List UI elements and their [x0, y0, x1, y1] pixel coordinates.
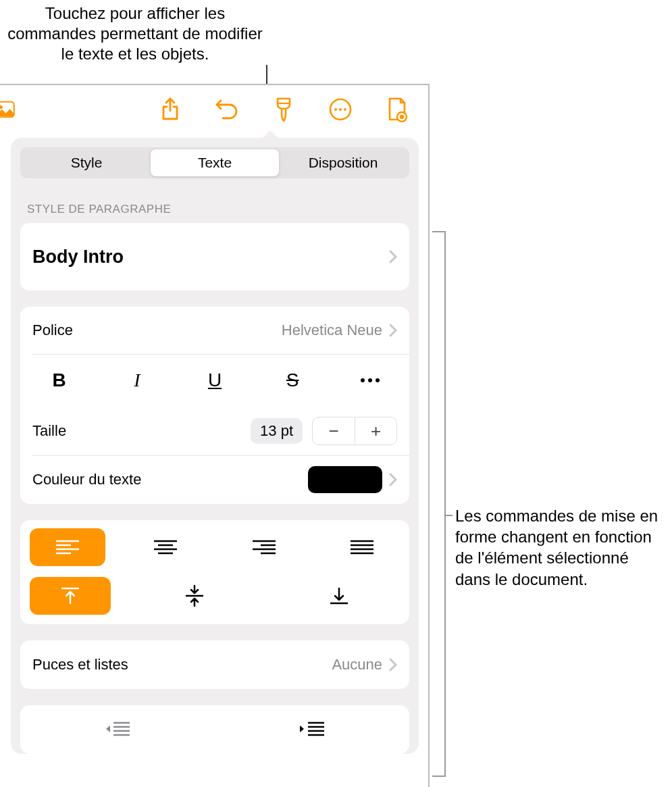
- text-style-buttons: B I U S: [20, 354, 409, 407]
- format-tabs: Style Texte Disposition: [20, 147, 409, 178]
- align-left-button[interactable]: [30, 528, 105, 566]
- font-card: Police Helvetica Neue B I U S Taille: [20, 307, 409, 504]
- bold-button[interactable]: B: [20, 354, 98, 407]
- chevron-right-icon: [389, 324, 397, 337]
- paragraph-style-card: Body Intro: [20, 223, 409, 290]
- indent-card: [20, 705, 409, 754]
- svg-point-5: [344, 108, 346, 111]
- alignment-card: [20, 520, 409, 624]
- svg-point-4: [339, 108, 342, 111]
- bullets-card: Puces et listes Aucune: [20, 640, 409, 689]
- vertical-alignment-row: [20, 574, 409, 624]
- size-label: Taille: [32, 422, 251, 440]
- valign-middle-button[interactable]: [134, 577, 255, 615]
- text-color-swatch[interactable]: [308, 466, 382, 493]
- valign-bottom-button[interactable]: [278, 577, 400, 615]
- bullets-value: Aucune: [332, 656, 389, 674]
- section-paragraph-style-label: STYLE DE PARAGRAPHE: [20, 178, 409, 223]
- text-color-row[interactable]: Couleur du texte: [20, 455, 409, 504]
- font-row[interactable]: Police Helvetica Neue: [20, 307, 409, 354]
- align-center-button[interactable]: [128, 528, 204, 566]
- tab-style[interactable]: Style: [22, 149, 151, 176]
- app-frame: Style Texte Disposition STYLE DE PARAGRA…: [0, 84, 430, 787]
- more-text-options-button[interactable]: [332, 354, 409, 407]
- size-stepper: − +: [312, 417, 397, 445]
- text-color-label: Couleur du texte: [32, 471, 308, 488]
- svg-point-1: [0, 105, 3, 109]
- underline-button[interactable]: U: [176, 354, 253, 407]
- italic-button[interactable]: I: [98, 354, 176, 407]
- font-value: Helvetica Neue: [282, 322, 389, 339]
- svg-point-10: [376, 378, 380, 382]
- more-icon[interactable]: [328, 97, 353, 122]
- chevron-right-icon: [389, 658, 397, 671]
- size-row: Taille 13 pt − +: [20, 407, 409, 455]
- callout-bracket: [432, 231, 446, 777]
- svg-point-9: [368, 378, 372, 382]
- callout-format-button: Touchez pour afficher les commandes perm…: [0, 3, 270, 64]
- bullets-row[interactable]: Puces et listes Aucune: [20, 640, 409, 689]
- font-label: Police: [32, 322, 282, 339]
- popover-arrow: [262, 130, 278, 138]
- svg-point-8: [361, 378, 365, 382]
- callout-bracket-tail: [446, 515, 453, 516]
- format-brush-icon[interactable]: [272, 97, 296, 122]
- decrease-indent-button[interactable]: [20, 705, 215, 754]
- size-value[interactable]: 13 pt: [251, 418, 303, 444]
- paragraph-style-row[interactable]: Body Intro: [20, 223, 409, 290]
- svg-point-7: [400, 115, 404, 119]
- chevron-right-icon: [389, 473, 397, 486]
- tab-text[interactable]: Texte: [151, 149, 279, 176]
- toolbar: [0, 85, 428, 134]
- increase-indent-button[interactable]: [215, 705, 409, 754]
- strikethrough-button[interactable]: S: [254, 354, 332, 407]
- horizontal-alignment-row: [20, 520, 409, 574]
- align-justify-button[interactable]: [325, 528, 400, 566]
- share-icon[interactable]: [158, 97, 182, 122]
- callout-formatting-controls: Les commandes de mise en forme changent …: [455, 505, 668, 590]
- tab-layout[interactable]: Disposition: [279, 149, 407, 176]
- chevron-right-icon: [389, 250, 397, 263]
- align-right-button[interactable]: [226, 528, 302, 566]
- valign-top-button[interactable]: [30, 577, 111, 615]
- paragraph-style-value: Body Intro: [32, 247, 389, 268]
- size-decrease-button[interactable]: −: [313, 417, 355, 445]
- format-popover: Style Texte Disposition STYLE DE PARAGRA…: [11, 138, 419, 787]
- bullets-label: Puces et listes: [32, 656, 332, 674]
- undo-icon[interactable]: [215, 97, 239, 122]
- document-view-icon[interactable]: [385, 97, 409, 122]
- svg-point-3: [334, 108, 337, 111]
- size-increase-button[interactable]: +: [355, 417, 396, 445]
- media-icon[interactable]: [0, 97, 15, 122]
